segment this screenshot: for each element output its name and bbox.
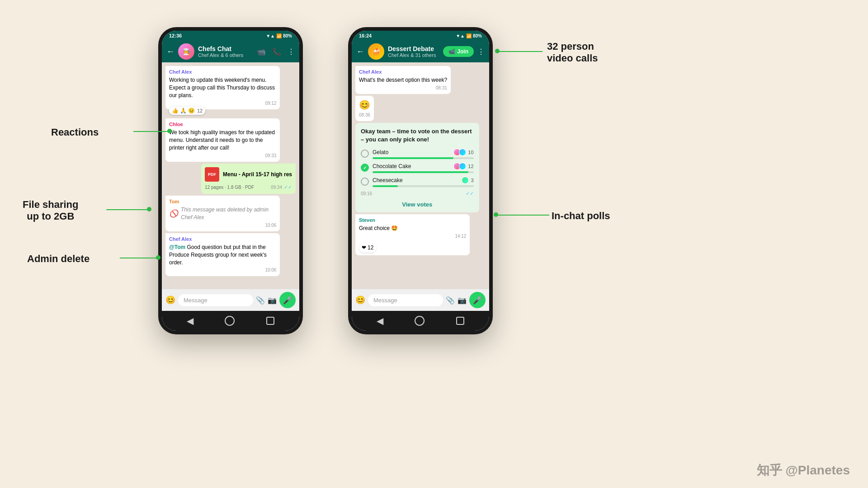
deleted-sender: Tom — [169, 198, 276, 205]
home-nav-2[interactable] — [415, 316, 425, 326]
attachment-icon-2[interactable]: 📎 — [446, 296, 455, 305]
poll-option-cheesecake[interactable]: Cheesecake 3 — [361, 177, 474, 187]
status-icons-1: ▼▲ 📶 80% — [266, 33, 292, 38]
poll-option-gelato[interactable]: Gelato 10 — [361, 149, 474, 159]
msg-container-1: Chef Alex Working to update this weekend… — [165, 66, 296, 109]
join-button[interactable]: 📹 Join — [443, 46, 474, 57]
input-bar-2[interactable]: 😊 Message 📎 📷 🎤 — [352, 289, 489, 311]
back-nav-2[interactable]: ◀ — [377, 315, 383, 326]
msg-bubble-2: Chloe We took high quality images for th… — [165, 118, 280, 162]
check-mark: ✓✓ — [284, 184, 292, 190]
msg-sender-1: Chef Alex — [169, 69, 276, 75]
phone-icon-1[interactable]: 📞 — [272, 47, 281, 56]
chat-header-2: ← 🍰 Dessert Debate Chef Alex & 31 others… — [352, 41, 489, 62]
chloe-emoji: 😊 — [359, 99, 370, 111]
choccake-bar — [373, 171, 468, 173]
emoji-icon-1[interactable]: 😊 — [165, 295, 175, 305]
chat-header-icons-1: 📹 📞 ⋮ — [257, 47, 295, 56]
status-bar-1: 12:36 ▼▲ 📶 80% — [162, 31, 299, 41]
signal-icon-2: ▼▲ — [456, 33, 465, 38]
status-time-2: 16:24 — [359, 33, 372, 38]
annotation-file-sharing: File sharingup to 2GB — [23, 199, 78, 222]
camera-icon-2[interactable]: 📷 — [458, 296, 467, 305]
view-votes-btn[interactable]: View votes — [361, 201, 474, 208]
p2-time-2: 08:36 — [359, 112, 370, 118]
heart-count: 12 — [368, 244, 373, 252]
group-avatar-1: 👨‍🍳 — [178, 43, 194, 60]
video-icon-1[interactable]: 📹 — [257, 47, 266, 56]
line-file — [106, 209, 149, 210]
poll-avatar-e — [462, 177, 469, 184]
poll-radio-cheesecake[interactable] — [361, 178, 369, 186]
back-nav[interactable]: ◀ — [187, 315, 193, 326]
status-icons-2: ▼▲ 📶 80% — [456, 33, 482, 38]
deleted-time: 10:06 — [169, 222, 276, 229]
cheesecake-count: 3 — [471, 178, 473, 183]
msg-time-2: 09:33 — [169, 153, 276, 159]
back-icon-2[interactable]: ← — [356, 47, 364, 56]
file-msg: PDF Menu - April 15-17 high res 12 pages… — [201, 164, 296, 194]
message-input-1[interactable]: Message — [178, 294, 253, 306]
poll-avatar-d — [459, 163, 466, 170]
mic-button-2[interactable]: 🎤 — [469, 292, 486, 308]
battery-2: 80% — [473, 33, 482, 38]
poll-option-choccake[interactable]: Chocolate Cake 12 — [361, 163, 474, 173]
chat-sub-2: Chef Alex & 31 others — [388, 52, 439, 58]
chat-info-2: Dessert Debate Chef Alex & 31 others — [388, 45, 439, 58]
watermark: 知乎 @Planetes — [757, 462, 850, 479]
file-header: PDF Menu - April 15-17 high res — [205, 167, 292, 182]
dot-video — [495, 49, 500, 53]
msg-sender-5: Chef Alex — [169, 236, 276, 243]
poll-radio-choccake[interactable] — [361, 164, 369, 172]
dot-reactions — [167, 129, 172, 133]
steven-time: 14:12 — [359, 233, 466, 239]
more-icon-1[interactable]: ⋮ — [288, 47, 295, 56]
more-icon-2[interactable]: ⋮ — [477, 47, 485, 56]
cheesecake-bar — [373, 185, 398, 187]
heart-emoji: ❤ — [362, 244, 366, 252]
msg-sender-2: Chloe — [169, 121, 276, 128]
input-bar-1[interactable]: 😊 Message 📎 📷 🎤 — [162, 289, 299, 311]
attachment-icon-1[interactable]: 📎 — [256, 296, 265, 305]
heart-reaction: ❤ 12 — [359, 243, 466, 253]
chat-messages-2: Chef Alex What's the dessert option this… — [352, 62, 489, 289]
annotation-video-calls: 32 personvideo calls — [547, 41, 598, 64]
cheesecake-label: Cheesecake — [373, 177, 403, 183]
poll-radio-gelato[interactable] — [361, 150, 369, 158]
annotation-reactions: Reactions — [51, 127, 99, 138]
chat-messages-1: Chef Alex Working to update this weekend… — [162, 62, 299, 289]
video-join-icon: 📹 — [448, 48, 455, 55]
phone-1: 12:36 ▼▲ 📶 80% ← 👨‍🍳 Chefs Chat Chef Ale… — [158, 27, 303, 334]
poll-question: Okay team – time to vote on the dessert … — [361, 127, 474, 144]
mention-tag: @Tom — [169, 244, 185, 250]
back-icon-1[interactable]: ← — [166, 47, 175, 56]
chat-header-1: ← 👨‍🍳 Chefs Chat Chef Alex & 6 others 📹 … — [162, 41, 299, 62]
msg-time-5: 10:06 — [169, 267, 276, 273]
annotation-polls: In-chat polls — [552, 210, 610, 222]
choccake-count: 12 — [468, 164, 473, 169]
recent-nav[interactable] — [266, 317, 274, 325]
gelato-bar — [373, 157, 453, 159]
p2-time-1: 08:31 — [359, 85, 447, 91]
line-video — [497, 51, 542, 52]
phone-1-screen: 12:36 ▼▲ 📶 80% ← 👨‍🍳 Chefs Chat Chef Ale… — [162, 31, 299, 331]
recent-nav-2[interactable] — [456, 317, 464, 325]
wifi-icon-2: 📶 — [466, 33, 472, 38]
group-avatar-2: 🍰 — [368, 43, 384, 60]
gelato-count: 10 — [468, 150, 473, 155]
message-input-2[interactable]: Message — [368, 294, 443, 306]
steven-container: Steven Great choice 🤩 14:12 ❤ 12 — [355, 214, 486, 255]
emoji-icon-2[interactable]: 😊 — [355, 295, 365, 305]
annotation-admin-delete: Admin delete — [27, 253, 90, 265]
camera-icon-1[interactable]: 📷 — [268, 296, 277, 305]
choccake-label: Chocolate Cake — [373, 163, 411, 169]
deleted-msg-bubble: Tom 🚫 This message was deleted by admin … — [165, 196, 280, 231]
mic-button-1[interactable]: 🎤 — [279, 292, 296, 308]
home-nav[interactable] — [225, 316, 235, 326]
dot-file — [147, 207, 151, 211]
chat-name-2: Dessert Debate — [388, 45, 439, 52]
gelato-label: Gelato — [373, 149, 388, 155]
p2-sender-1: Chef Alex — [359, 69, 447, 75]
msg-bubble-5: Chef Alex @Tom Good question but put tha… — [165, 233, 280, 277]
chat-name-1: Chefs Chat — [198, 45, 253, 52]
